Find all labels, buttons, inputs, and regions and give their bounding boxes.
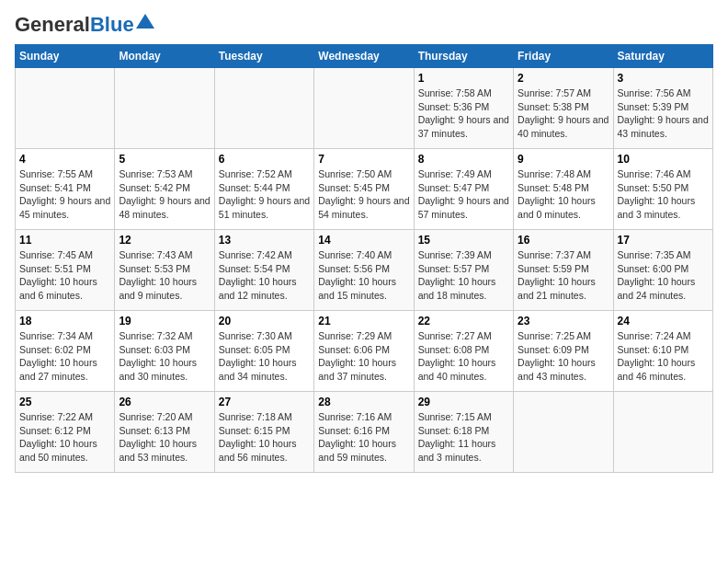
day-info: Sunrise: 7:32 AM Sunset: 6:03 PM Dayligh…: [119, 329, 210, 384]
day-number: 19: [119, 315, 210, 327]
day-info: Sunrise: 7:27 AM Sunset: 6:08 PM Dayligh…: [418, 329, 509, 384]
day-info: Sunrise: 7:34 AM Sunset: 6:02 PM Dayligh…: [19, 329, 110, 384]
day-info: Sunrise: 7:57 AM Sunset: 5:38 PM Dayligh…: [518, 86, 609, 141]
day-info: Sunrise: 7:20 AM Sunset: 6:13 PM Dayligh…: [119, 410, 210, 465]
calendar-cell: 6Sunrise: 7:52 AM Sunset: 5:44 PM Daylig…: [214, 149, 313, 230]
header-day-thursday: Thursday: [414, 45, 513, 68]
calendar-cell: 10Sunrise: 7:46 AM Sunset: 5:50 PM Dayli…: [613, 149, 712, 230]
day-info: Sunrise: 7:48 AM Sunset: 5:48 PM Dayligh…: [518, 167, 609, 222]
day-info: Sunrise: 7:24 AM Sunset: 6:10 PM Dayligh…: [618, 329, 709, 384]
calendar-cell: 2Sunrise: 7:57 AM Sunset: 5:38 PM Daylig…: [514, 68, 613, 149]
header-day-monday: Monday: [115, 45, 214, 68]
svg-marker-0: [136, 14, 154, 29]
day-info: Sunrise: 7:52 AM Sunset: 5:44 PM Dayligh…: [219, 167, 310, 222]
day-number: 12: [119, 234, 210, 247]
calendar-table: SundayMondayTuesdayWednesdayThursdayFrid…: [15, 44, 713, 473]
day-number: 15: [418, 234, 509, 247]
day-info: Sunrise: 7:46 AM Sunset: 5:50 PM Dayligh…: [618, 167, 709, 222]
day-number: 3: [618, 72, 709, 85]
calendar-cell: [115, 68, 214, 149]
calendar-cell: 13Sunrise: 7:42 AM Sunset: 5:54 PM Dayli…: [214, 230, 313, 311]
day-number: 29: [418, 396, 509, 408]
calendar-cell: [16, 68, 115, 149]
calendar-cell: 9Sunrise: 7:48 AM Sunset: 5:48 PM Daylig…: [514, 149, 613, 230]
day-number: 28: [318, 396, 409, 408]
day-number: 7: [318, 153, 409, 166]
calendar-cell: 22Sunrise: 7:27 AM Sunset: 6:08 PM Dayli…: [414, 311, 513, 392]
calendar-cell: 14Sunrise: 7:40 AM Sunset: 5:56 PM Dayli…: [314, 230, 414, 311]
day-number: 1: [418, 72, 509, 85]
day-number: 22: [418, 315, 509, 327]
calendar-cell: [214, 68, 313, 149]
day-number: 16: [518, 234, 609, 247]
day-info: Sunrise: 7:22 AM Sunset: 6:12 PM Dayligh…: [19, 410, 110, 465]
calendar-body: 1Sunrise: 7:58 AM Sunset: 5:36 PM Daylig…: [16, 68, 713, 473]
calendar-week-4: 18Sunrise: 7:34 AM Sunset: 6:02 PM Dayli…: [16, 311, 713, 392]
day-number: 26: [119, 396, 210, 408]
logo: GeneralBlue: [15, 15, 154, 35]
day-info: Sunrise: 7:42 AM Sunset: 5:54 PM Dayligh…: [219, 248, 310, 303]
day-number: 17: [618, 234, 709, 247]
header-day-sunday: Sunday: [16, 45, 115, 68]
calendar-cell: 4Sunrise: 7:55 AM Sunset: 5:41 PM Daylig…: [16, 149, 115, 230]
day-number: 4: [19, 153, 110, 166]
calendar-week-2: 4Sunrise: 7:55 AM Sunset: 5:41 PM Daylig…: [16, 149, 713, 230]
calendar-cell: 23Sunrise: 7:25 AM Sunset: 6:09 PM Dayli…: [514, 311, 613, 392]
logo-icon: [136, 14, 154, 29]
calendar-cell: 20Sunrise: 7:30 AM Sunset: 6:05 PM Dayli…: [214, 311, 313, 392]
logo-general: General: [15, 13, 90, 36]
day-info: Sunrise: 7:55 AM Sunset: 5:41 PM Dayligh…: [19, 167, 110, 222]
day-number: 8: [418, 153, 509, 166]
calendar-cell: 11Sunrise: 7:45 AM Sunset: 5:51 PM Dayli…: [16, 230, 115, 311]
day-number: 14: [318, 234, 409, 247]
page-header: GeneralBlue: [15, 15, 713, 35]
day-info: Sunrise: 7:58 AM Sunset: 5:36 PM Dayligh…: [418, 86, 509, 141]
calendar-week-5: 25Sunrise: 7:22 AM Sunset: 6:12 PM Dayli…: [16, 392, 713, 473]
day-number: 27: [219, 396, 310, 408]
header-day-tuesday: Tuesday: [214, 45, 313, 68]
day-info: Sunrise: 7:15 AM Sunset: 6:18 PM Dayligh…: [418, 410, 509, 465]
day-info: Sunrise: 7:16 AM Sunset: 6:16 PM Dayligh…: [318, 410, 409, 465]
calendar-cell: 19Sunrise: 7:32 AM Sunset: 6:03 PM Dayli…: [115, 311, 214, 392]
day-info: Sunrise: 7:49 AM Sunset: 5:47 PM Dayligh…: [418, 167, 509, 222]
calendar-cell: 21Sunrise: 7:29 AM Sunset: 6:06 PM Dayli…: [314, 311, 414, 392]
day-number: 9: [518, 153, 609, 166]
calendar-week-1: 1Sunrise: 7:58 AM Sunset: 5:36 PM Daylig…: [16, 68, 713, 149]
day-info: Sunrise: 7:43 AM Sunset: 5:53 PM Dayligh…: [119, 248, 210, 303]
day-number: 13: [219, 234, 310, 247]
calendar-header: SundayMondayTuesdayWednesdayThursdayFrid…: [16, 45, 713, 68]
calendar-cell: 17Sunrise: 7:35 AM Sunset: 6:00 PM Dayli…: [613, 230, 712, 311]
calendar-cell: 7Sunrise: 7:50 AM Sunset: 5:45 PM Daylig…: [314, 149, 414, 230]
day-info: Sunrise: 7:37 AM Sunset: 5:59 PM Dayligh…: [518, 248, 609, 303]
day-info: Sunrise: 7:30 AM Sunset: 6:05 PM Dayligh…: [219, 329, 310, 384]
day-info: Sunrise: 7:39 AM Sunset: 5:57 PM Dayligh…: [418, 248, 509, 303]
calendar-cell: 27Sunrise: 7:18 AM Sunset: 6:15 PM Dayli…: [214, 392, 313, 473]
calendar-cell: [314, 68, 414, 149]
calendar-cell: 28Sunrise: 7:16 AM Sunset: 6:16 PM Dayli…: [314, 392, 414, 473]
day-number: 21: [318, 315, 409, 327]
calendar-cell: 25Sunrise: 7:22 AM Sunset: 6:12 PM Dayli…: [16, 392, 115, 473]
day-info: Sunrise: 7:25 AM Sunset: 6:09 PM Dayligh…: [518, 329, 609, 384]
day-number: 23: [518, 315, 609, 327]
day-number: 11: [19, 234, 110, 247]
calendar-cell: 12Sunrise: 7:43 AM Sunset: 5:53 PM Dayli…: [115, 230, 214, 311]
day-info: Sunrise: 7:50 AM Sunset: 5:45 PM Dayligh…: [318, 167, 409, 222]
day-number: 18: [19, 315, 110, 327]
calendar-cell: [514, 392, 613, 473]
day-info: Sunrise: 7:53 AM Sunset: 5:42 PM Dayligh…: [119, 167, 210, 222]
calendar-cell: 15Sunrise: 7:39 AM Sunset: 5:57 PM Dayli…: [414, 230, 513, 311]
calendar-cell: 3Sunrise: 7:56 AM Sunset: 5:39 PM Daylig…: [613, 68, 712, 149]
calendar-week-3: 11Sunrise: 7:45 AM Sunset: 5:51 PM Dayli…: [16, 230, 713, 311]
calendar-cell: 18Sunrise: 7:34 AM Sunset: 6:02 PM Dayli…: [16, 311, 115, 392]
day-info: Sunrise: 7:18 AM Sunset: 6:15 PM Dayligh…: [219, 410, 310, 465]
day-number: 2: [518, 72, 609, 85]
header-row: SundayMondayTuesdayWednesdayThursdayFrid…: [16, 45, 713, 68]
calendar-cell: [613, 392, 712, 473]
logo-text: GeneralBlue: [15, 15, 134, 35]
header-day-wednesday: Wednesday: [314, 45, 414, 68]
day-info: Sunrise: 7:56 AM Sunset: 5:39 PM Dayligh…: [618, 86, 709, 141]
calendar-cell: 29Sunrise: 7:15 AM Sunset: 6:18 PM Dayli…: [414, 392, 513, 473]
calendar-cell: 26Sunrise: 7:20 AM Sunset: 6:13 PM Dayli…: [115, 392, 214, 473]
header-day-friday: Friday: [514, 45, 613, 68]
calendar-cell: 1Sunrise: 7:58 AM Sunset: 5:36 PM Daylig…: [414, 68, 513, 149]
